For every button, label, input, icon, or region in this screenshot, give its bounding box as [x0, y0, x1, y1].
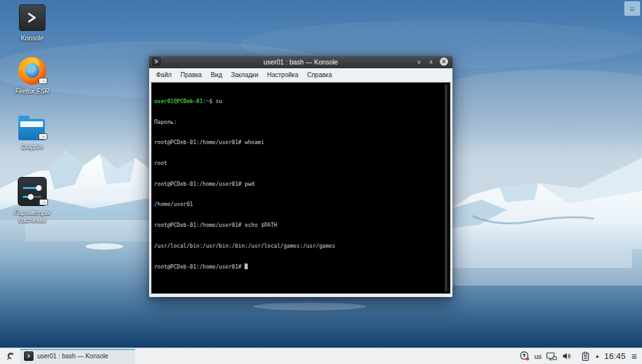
terminal-line: root@PCDeb-01:/home/user01# pwd [154, 181, 447, 188]
system-tray: us ▲ 16:45 ≡ [519, 351, 642, 361]
menu-bookmarks[interactable]: Закладки [226, 70, 262, 80]
desktop-icon-dolphin[interactable]: → Dolphin [4, 115, 61, 151]
menu-file[interactable]: Файл [152, 70, 176, 80]
updates-tray-icon[interactable] [519, 351, 530, 361]
terminal-line: user01@PCDeb-01:~$ su [154, 98, 447, 105]
window-content: user01@PCDeb-01:~$ su Пароль: root@PCDeb… [149, 82, 452, 297]
desktop-icon-label: Firefox ESR [15, 88, 49, 95]
taskbar: user01 : bash — Konsole us [0, 348, 642, 364]
konsole-window: user01 : bash — Konsole ∨ ∧ × Файл Правк… [149, 56, 452, 297]
desktop-icon-konsole[interactable]: Konsole [4, 4, 61, 42]
clock[interactable]: 16:45 [604, 351, 626, 361]
window-title: user01 : bash — Konsole [149, 58, 452, 66]
keyboard-layout-indicator[interactable]: us [535, 353, 542, 360]
shortcut-link-emblem-icon: → [39, 78, 47, 84]
menu-help[interactable]: Справка [303, 70, 336, 80]
terminal-line: root@PCDeb-01:/home/user01# echo $PATH [154, 222, 447, 229]
menu-view[interactable]: Вид [206, 70, 226, 80]
konsole-icon [19, 4, 45, 31]
terminal-line: root@PCDeb-01:/home/user01# whoami [154, 139, 447, 146]
minimize-button[interactable]: ∨ [416, 59, 422, 64]
hamburger-icon: ≡ [629, 3, 635, 14]
desktop-icon-firefox[interactable]: → Firefox ESR [4, 57, 61, 95]
network-tray-icon[interactable] [546, 351, 557, 361]
desktop-icon-label: Konsole [21, 35, 44, 42]
debian-swirl-icon [5, 351, 16, 361]
terminal-line: root@PCDeb-01:/home/user01# [154, 264, 447, 270]
konsole-task-icon [24, 351, 33, 361]
terminal-cursor [245, 264, 248, 269]
tray-expander-icon[interactable]: ▲ [595, 353, 600, 359]
shortcut-link-emblem-icon: → [39, 133, 47, 140]
desktop-icon-label: Параметры системы [6, 209, 59, 224]
taskbar-task-konsole[interactable]: user01 : bash — Konsole [20, 349, 135, 364]
menu-edit[interactable]: Правка [176, 70, 207, 80]
panel-menu-button[interactable]: ≡ [630, 351, 638, 361]
terminal-scrollbar[interactable] [444, 84, 449, 292]
terminal-view[interactable]: user01@PCDeb-01:~$ su Пароль: root@PCDeb… [151, 82, 451, 294]
maximize-button[interactable]: ∧ [428, 59, 434, 64]
desktop-toolbox-button[interactable]: ≡ [624, 1, 640, 16]
desktop: Konsole → Firefox ESR → Dolphin → [0, 0, 642, 364]
terminal-line: /home/user01 [154, 201, 447, 208]
terminal-line: Пароль: [154, 119, 447, 126]
terminal-line: /usr/local/bin:/usr/bin:/bin:/usr/local/… [154, 243, 447, 250]
desktop-icon-system-settings[interactable]: → Параметры системы [4, 177, 61, 224]
close-button[interactable]: × [440, 58, 448, 66]
desktop-icon-label: Dolphin [21, 143, 43, 151]
terminal-line: root [154, 160, 447, 167]
window-menubar: Файл Правка Вид Закладки Настройка Справ… [149, 68, 452, 82]
shortcut-link-emblem-icon: → [39, 199, 48, 205]
task-label: user01 : bash — Konsole [37, 353, 108, 360]
window-titlebar[interactable]: user01 : bash — Konsole ∨ ∧ × [149, 56, 452, 68]
volume-tray-icon[interactable] [562, 351, 571, 361]
menu-settings[interactable]: Настройка [263, 70, 303, 80]
app-launcher-button[interactable] [3, 349, 18, 364]
clipboard-tray-icon[interactable] [581, 351, 590, 361]
